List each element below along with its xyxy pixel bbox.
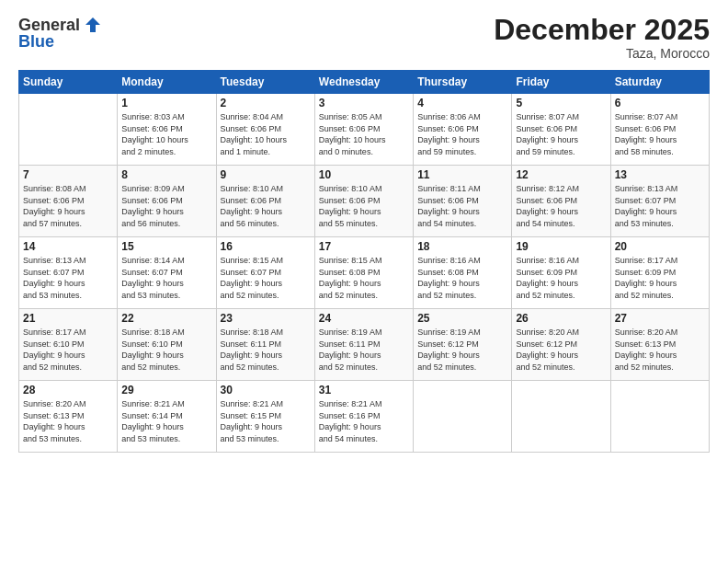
header-saturday: Saturday (610, 71, 709, 94)
day-info: Sunrise: 8:16 AM Sunset: 6:08 PM Dayligh… (417, 255, 507, 301)
day-number: 16 (221, 240, 311, 253)
day-info: Sunrise: 8:13 AM Sunset: 6:07 PM Dayligh… (23, 255, 113, 301)
logo: General Blue (18, 14, 104, 52)
day-number: 28 (23, 384, 113, 396)
day-info: Sunrise: 8:21 AM Sunset: 6:16 PM Dayligh… (319, 398, 409, 444)
day-number: 24 (319, 312, 409, 325)
page: General Blue December 2025 Taza, Morocco… (0, 0, 728, 563)
day-number: 11 (417, 168, 507, 181)
table-row: 4Sunrise: 8:06 AM Sunset: 6:06 PM Daylig… (414, 94, 512, 166)
table-row: 11Sunrise: 8:11 AM Sunset: 6:06 PM Dayli… (414, 166, 512, 237)
table-row (19, 94, 118, 166)
header-thursday: Thursday (414, 71, 512, 94)
table-row: 10Sunrise: 8:10 AM Sunset: 6:06 PM Dayli… (314, 166, 413, 237)
day-info: Sunrise: 8:20 AM Sunset: 6:12 PM Dayligh… (516, 327, 606, 373)
day-number: 1 (121, 97, 211, 109)
header: General Blue December 2025 Taza, Morocco (18, 14, 710, 61)
day-number: 6 (615, 97, 705, 109)
day-info: Sunrise: 8:07 AM Sunset: 6:06 PM Dayligh… (516, 111, 606, 157)
title-block: December 2025 Taza, Morocco (494, 14, 710, 61)
day-info: Sunrise: 8:12 AM Sunset: 6:06 PM Dayligh… (516, 183, 606, 229)
table-row: 15Sunrise: 8:14 AM Sunset: 6:07 PM Dayli… (118, 237, 216, 309)
day-number: 9 (221, 168, 311, 181)
day-info: Sunrise: 8:18 AM Sunset: 6:10 PM Dayligh… (121, 327, 211, 373)
week-row-4: 21Sunrise: 8:17 AM Sunset: 6:10 PM Dayli… (19, 309, 710, 381)
table-row: 16Sunrise: 8:15 AM Sunset: 6:07 PM Dayli… (216, 237, 314, 309)
table-row: 19Sunrise: 8:16 AM Sunset: 6:09 PM Dayli… (512, 237, 610, 309)
day-info: Sunrise: 8:08 AM Sunset: 6:06 PM Dayligh… (23, 183, 113, 229)
day-info: Sunrise: 8:21 AM Sunset: 6:15 PM Dayligh… (221, 398, 311, 444)
day-number: 4 (417, 97, 507, 109)
weekday-header-row: Sunday Monday Tuesday Wednesday Thursday… (19, 71, 710, 94)
day-number: 22 (121, 312, 211, 325)
table-row: 24Sunrise: 8:19 AM Sunset: 6:11 PM Dayli… (314, 309, 413, 381)
day-number: 26 (516, 312, 606, 325)
table-row: 27Sunrise: 8:20 AM Sunset: 6:13 PM Dayli… (610, 309, 709, 381)
logo-icon (82, 14, 104, 36)
day-number: 29 (121, 384, 211, 396)
day-info: Sunrise: 8:21 AM Sunset: 6:14 PM Dayligh… (121, 398, 211, 444)
table-row: 17Sunrise: 8:15 AM Sunset: 6:08 PM Dayli… (314, 237, 413, 309)
day-number: 12 (516, 168, 606, 181)
week-row-1: 1Sunrise: 8:03 AM Sunset: 6:06 PM Daylig… (19, 94, 710, 166)
day-number: 19 (516, 240, 606, 253)
day-info: Sunrise: 8:11 AM Sunset: 6:06 PM Dayligh… (417, 183, 507, 229)
day-info: Sunrise: 8:15 AM Sunset: 6:08 PM Dayligh… (319, 255, 409, 301)
day-number: 15 (121, 240, 211, 253)
header-tuesday: Tuesday (216, 71, 314, 94)
day-number: 13 (615, 168, 705, 181)
day-number: 31 (319, 384, 409, 396)
day-info: Sunrise: 8:06 AM Sunset: 6:06 PM Dayligh… (417, 111, 507, 157)
day-info: Sunrise: 8:04 AM Sunset: 6:06 PM Dayligh… (221, 111, 311, 157)
table-row: 13Sunrise: 8:13 AM Sunset: 6:07 PM Dayli… (610, 166, 709, 237)
day-info: Sunrise: 8:13 AM Sunset: 6:07 PM Dayligh… (615, 183, 705, 229)
day-number: 2 (221, 97, 311, 109)
table-row: 2Sunrise: 8:04 AM Sunset: 6:06 PM Daylig… (216, 94, 314, 166)
week-row-5: 28Sunrise: 8:20 AM Sunset: 6:13 PM Dayli… (19, 381, 710, 453)
day-info: Sunrise: 8:15 AM Sunset: 6:07 PM Dayligh… (221, 255, 311, 301)
table-row: 26Sunrise: 8:20 AM Sunset: 6:12 PM Dayli… (512, 309, 610, 381)
table-row: 31Sunrise: 8:21 AM Sunset: 6:16 PM Dayli… (314, 381, 413, 453)
day-number: 7 (23, 168, 113, 181)
table-row: 1Sunrise: 8:03 AM Sunset: 6:06 PM Daylig… (118, 94, 216, 166)
day-number: 3 (319, 97, 409, 109)
day-info: Sunrise: 8:10 AM Sunset: 6:06 PM Dayligh… (319, 183, 409, 229)
day-number: 23 (221, 312, 311, 325)
day-number: 21 (23, 312, 113, 325)
table-row: 28Sunrise: 8:20 AM Sunset: 6:13 PM Dayli… (19, 381, 118, 453)
location: Taza, Morocco (494, 46, 710, 61)
day-info: Sunrise: 8:17 AM Sunset: 6:09 PM Dayligh… (615, 255, 705, 301)
table-row: 3Sunrise: 8:05 AM Sunset: 6:06 PM Daylig… (314, 94, 413, 166)
header-sunday: Sunday (19, 71, 118, 94)
table-row: 20Sunrise: 8:17 AM Sunset: 6:09 PM Dayli… (610, 237, 709, 309)
day-number: 10 (319, 168, 409, 181)
day-number: 25 (417, 312, 507, 325)
day-info: Sunrise: 8:18 AM Sunset: 6:11 PM Dayligh… (221, 327, 311, 373)
day-info: Sunrise: 8:19 AM Sunset: 6:12 PM Dayligh… (417, 327, 507, 373)
day-info: Sunrise: 8:19 AM Sunset: 6:11 PM Dayligh… (319, 327, 409, 373)
table-row: 5Sunrise: 8:07 AM Sunset: 6:06 PM Daylig… (512, 94, 610, 166)
day-number: 17 (319, 240, 409, 253)
day-info: Sunrise: 8:20 AM Sunset: 6:13 PM Dayligh… (23, 398, 113, 444)
week-row-3: 14Sunrise: 8:13 AM Sunset: 6:07 PM Dayli… (19, 237, 710, 309)
table-row (414, 381, 512, 453)
day-info: Sunrise: 8:16 AM Sunset: 6:09 PM Dayligh… (516, 255, 606, 301)
table-row: 14Sunrise: 8:13 AM Sunset: 6:07 PM Dayli… (19, 237, 118, 309)
day-number: 14 (23, 240, 113, 253)
table-row: 7Sunrise: 8:08 AM Sunset: 6:06 PM Daylig… (19, 166, 118, 237)
table-row: 22Sunrise: 8:18 AM Sunset: 6:10 PM Dayli… (118, 309, 216, 381)
day-info: Sunrise: 8:14 AM Sunset: 6:07 PM Dayligh… (121, 255, 211, 301)
week-row-2: 7Sunrise: 8:08 AM Sunset: 6:06 PM Daylig… (19, 166, 710, 237)
day-number: 5 (516, 97, 606, 109)
header-friday: Friday (512, 71, 610, 94)
day-info: Sunrise: 8:05 AM Sunset: 6:06 PM Dayligh… (319, 111, 409, 157)
day-number: 20 (615, 240, 705, 253)
table-row: 9Sunrise: 8:10 AM Sunset: 6:06 PM Daylig… (216, 166, 314, 237)
month-title: December 2025 (494, 14, 710, 46)
table-row: 18Sunrise: 8:16 AM Sunset: 6:08 PM Dayli… (414, 237, 512, 309)
header-wednesday: Wednesday (314, 71, 413, 94)
table-row (512, 381, 610, 453)
day-number: 18 (417, 240, 507, 253)
table-row: 23Sunrise: 8:18 AM Sunset: 6:11 PM Dayli… (216, 309, 314, 381)
table-row: 21Sunrise: 8:17 AM Sunset: 6:10 PM Dayli… (19, 309, 118, 381)
